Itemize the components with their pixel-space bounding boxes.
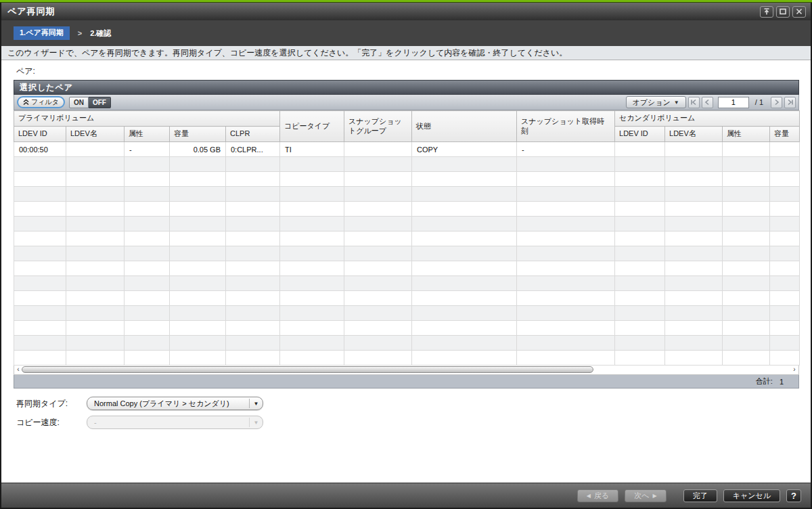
column-header-primary-ldev-id[interactable]: LDEV ID <box>14 127 66 142</box>
column-header-status[interactable]: 状態 <box>412 111 517 142</box>
prev-page-button[interactable] <box>702 97 713 108</box>
column-header-snapshot-group[interactable]: スナップショットグループ <box>344 111 412 142</box>
table-total-bar: 合計: 1 <box>14 375 799 389</box>
cell-snapshot-group <box>344 142 412 157</box>
undock-button[interactable] <box>760 6 773 18</box>
column-header-primary-capacity[interactable]: 容量 <box>170 127 226 142</box>
table-toolbar-right: オプション ▼ / 1 <box>626 96 796 108</box>
filter-toggle: ON OFF <box>69 97 111 108</box>
wizard-steps: 1.ペア再同期 > 2.確認 <box>1 20 811 46</box>
cell-ldev-name <box>66 142 125 157</box>
back-button: ◀ 戻る <box>577 489 618 502</box>
resync-type-value: Normal Copy (プライマリ > セカンダリ) <box>94 399 249 409</box>
cell-secondary-capacity <box>770 142 800 157</box>
table-title: 選択したペア <box>14 80 799 95</box>
cell-snapshot-time: - <box>517 142 615 157</box>
pair-table-body: 00:00:50 - 0.05 GB 0:CLPR... TI COPY - <box>14 142 800 366</box>
table-row-empty <box>14 276 800 291</box>
chevron-down-icon: ▼ <box>249 399 263 408</box>
next-button-label: 次へ <box>634 491 649 501</box>
filter-on-button[interactable]: ON <box>69 97 89 108</box>
column-group-primary-volume: プライマリボリューム <box>14 111 280 127</box>
filter-button[interactable]: フィルタ <box>17 96 65 108</box>
copy-pace-label: コピー速度: <box>16 417 87 428</box>
table-row-empty <box>14 172 800 187</box>
table-row-empty <box>14 202 800 217</box>
chevron-down-icon: ▼ <box>249 418 263 427</box>
column-header-primary-ldev-name[interactable]: LDEV名 <box>66 127 125 142</box>
pair-resync-dialog: ペア再同期 1.ペア再同期 > 2.確認 このウィザードで、ペアを再同期 <box>0 0 812 509</box>
copy-pace-row: コピー速度: - ▼ <box>16 416 263 429</box>
step-current: 1.ペア再同期 <box>14 26 70 40</box>
next-arrow-icon: ▶ <box>653 493 657 499</box>
cell-secondary-attribute <box>723 142 770 157</box>
copy-pace-dropdown: - ▼ <box>87 416 263 429</box>
step-separator: > <box>78 29 82 37</box>
page-total-label: / 1 <box>755 98 763 106</box>
wizard-instruction: このウィザードで、ペアを再同期できます。再同期タイプ、コピー速度を選択してくださ… <box>1 46 811 60</box>
help-button-label: ? <box>791 491 796 501</box>
table-row-empty <box>14 306 800 321</box>
table-row-empty <box>14 351 800 366</box>
collapse-chevrons-icon <box>23 99 29 106</box>
scroll-left-arrow[interactable]: ‹ <box>15 366 22 374</box>
resync-type-dropdown[interactable]: Normal Copy (プライマリ > セカンダリ) ▼ <box>87 397 263 410</box>
column-header-copy-type[interactable]: コピータイプ <box>280 111 344 142</box>
column-header-snapshot-time[interactable]: スナップショット取得時刻 <box>517 111 615 142</box>
first-page-button[interactable] <box>688 97 700 108</box>
cancel-button[interactable]: キャンセル <box>723 489 780 502</box>
table-row-empty <box>14 336 800 351</box>
filter-off-button[interactable]: OFF <box>89 97 111 108</box>
scroll-right-arrow[interactable]: › <box>791 366 798 374</box>
cell-capacity: 0.05 GB <box>170 142 226 157</box>
column-header-secondary-ldev-id[interactable]: LDEV ID <box>615 127 665 142</box>
column-header-primary-clpr[interactable]: CLPR <box>226 127 280 142</box>
copy-pace-value: - <box>94 418 249 426</box>
table-row-empty <box>14 246 800 261</box>
finish-button-label: 完了 <box>693 491 708 501</box>
dialog-footer: ◀ 戻る 次へ ▶ 完了 キャンセル ? <box>1 483 811 508</box>
column-header-secondary-ldev-name[interactable]: LDEV名 <box>665 127 723 142</box>
next-page-button[interactable] <box>771 97 782 108</box>
scrollbar-thumb[interactable] <box>22 366 593 373</box>
finish-button[interactable]: 完了 <box>683 489 717 502</box>
resync-type-label: 再同期タイプ: <box>16 398 87 410</box>
options-button-label: オプション <box>633 97 671 108</box>
step-next: 2.確認 <box>90 28 111 39</box>
dialog-title: ペア再同期 <box>1 5 55 18</box>
prev-page-icon <box>704 99 710 106</box>
column-header-primary-attribute[interactable]: 属性 <box>125 127 170 142</box>
back-button-label: 戻る <box>594 491 609 501</box>
column-header-secondary-attribute[interactable]: 属性 <box>723 127 770 142</box>
window-controls <box>760 6 811 18</box>
cell-ldev-id: 00:00:50 <box>14 142 66 157</box>
total-value: 1 <box>780 378 784 386</box>
dialog-titlebar: ペア再同期 <box>1 3 811 20</box>
total-label: 合計: <box>756 376 773 386</box>
next-button: 次へ ▶ <box>625 489 666 502</box>
undock-icon <box>763 7 771 16</box>
pair-table: プライマリボリューム コピータイプ スナップショットグループ 状態 スナップショ… <box>14 110 800 366</box>
pair-section-label: ペア: <box>16 66 35 77</box>
chevron-down-icon: ▼ <box>674 99 679 106</box>
close-button[interactable] <box>792 6 806 18</box>
back-arrow-icon: ◀ <box>587 493 591 499</box>
pair-table-head: プライマリボリューム コピータイプ スナップショットグループ 状態 スナップショ… <box>14 111 800 142</box>
last-page-button[interactable] <box>784 97 796 108</box>
table-row[interactable]: 00:00:50 - 0.05 GB 0:CLPR... TI COPY - <box>14 142 800 157</box>
horizontal-scrollbar: ‹ › <box>14 366 799 375</box>
maximize-button[interactable] <box>776 6 790 18</box>
cell-copy-type: TI <box>280 142 344 157</box>
help-button[interactable]: ? <box>786 489 801 502</box>
table-toolbar: フィルタ ON OFF オプション ▼ <box>14 95 799 110</box>
filter-button-label: フィルタ <box>31 97 59 107</box>
cell-secondary-ldev-name <box>665 142 723 157</box>
cell-secondary-ldev-id <box>615 142 665 157</box>
column-header-secondary-capacity[interactable]: 容量 <box>770 127 800 142</box>
table-row-empty <box>14 157 800 172</box>
page-number-input[interactable] <box>718 97 749 108</box>
options-button[interactable]: オプション ▼ <box>626 96 686 108</box>
maximize-icon <box>779 7 787 16</box>
resync-type-row: 再同期タイプ: Normal Copy (プライマリ > セカンダリ) ▼ <box>16 397 263 410</box>
cell-clpr: 0:CLPR... <box>226 142 280 157</box>
